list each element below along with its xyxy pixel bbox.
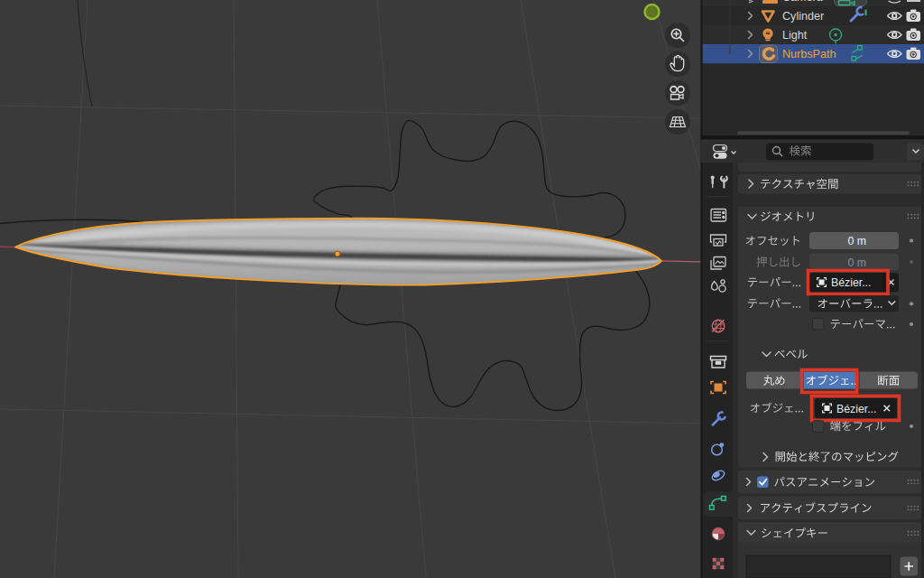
svg-text:0 m: 0 m [848,256,867,269]
svg-text:Cylinder: Cylinder [782,10,824,23]
svg-text:Camera: Camera [782,0,823,4]
svg-text:NurbsPath: NurbsPath [782,48,836,61]
svg-text:Bézier...: Bézier... [836,403,876,415]
svg-text:Bézier...: Bézier... [831,276,871,289]
svg-text:0 m: 0 m [848,235,867,247]
svg-text:Light: Light [782,29,808,42]
